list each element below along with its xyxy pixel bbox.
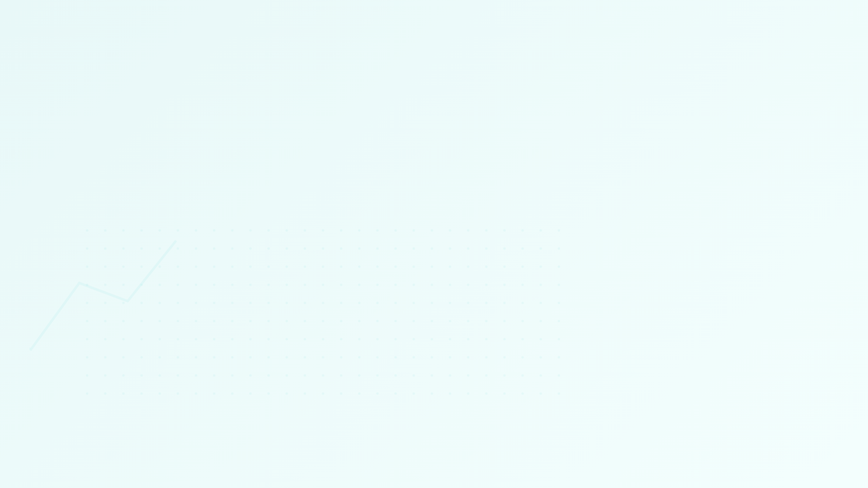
chart-section: CREATORS ARE EXTREMELY RECEPTIVE TO ADVE…	[0, 0, 868, 488]
svg-rect-24	[85, 223, 569, 404]
main-content: CREATORS ARE EXTREMELY RECEPTIVE TO ADVE…	[0, 0, 868, 488]
